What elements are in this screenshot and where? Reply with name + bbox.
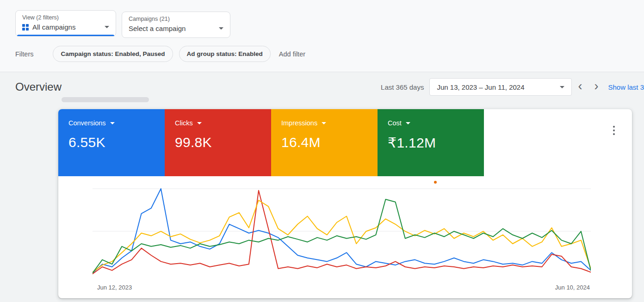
metric-label: Cost xyxy=(388,119,402,127)
filter-chip-campaign-status[interactable]: Campaign status: Enabled, Paused xyxy=(53,46,173,62)
chart-annotation-dot[interactable] xyxy=(434,181,437,184)
chevron-down-icon xyxy=(105,26,109,28)
metric-card-clicks[interactable]: Clicks 99.8K xyxy=(165,109,271,176)
metric-label: Conversions xyxy=(68,119,106,127)
all-campaigns-grid-icon xyxy=(22,24,29,31)
filter-chip-adgroup-status[interactable]: Ad group status: Enabled xyxy=(179,46,271,62)
chevron-down-icon xyxy=(560,86,564,88)
view-selector-label: View (2 filters) xyxy=(22,14,109,21)
date-range-value: Jun 13, 2023 – Jun 11, 2024 xyxy=(437,83,524,91)
chevron-down-icon xyxy=(110,122,115,124)
metric-cards-row: Conversions 6.55K Clicks 99.8K Impressio… xyxy=(58,109,632,176)
selectors-row: View (2 filters) All campaigns Campaigns… xyxy=(15,10,644,38)
dot xyxy=(613,133,615,135)
campaign-selector-value-row: Select a campaign xyxy=(129,25,223,32)
date-range-controls: Last 365 days Jun 13, 2023 – Jun 11, 202… xyxy=(381,78,644,96)
x-axis-start-label: Jun 12, 2023 xyxy=(97,284,132,291)
chart-line-clicks xyxy=(93,191,591,274)
metric-label-row: Conversions xyxy=(68,119,165,127)
filters-label: Filters xyxy=(15,50,33,58)
dot xyxy=(613,126,615,128)
page-title: Overview xyxy=(15,80,62,93)
chevron-down-icon xyxy=(197,122,202,124)
campaign-selector-label: Campaigns (21) xyxy=(129,16,223,22)
metric-label-row: Cost xyxy=(388,119,484,127)
metric-label-row: Impressions xyxy=(281,119,378,127)
metric-card-conversions[interactable]: Conversions 6.55K xyxy=(58,109,165,176)
date-range-picker[interactable]: Jun 13, 2023 – Jun 11, 2024 xyxy=(429,78,572,96)
metric-value: ₹1.12M xyxy=(388,135,484,151)
metric-value: 6.55K xyxy=(68,135,165,150)
metric-label-row: Clicks xyxy=(175,119,271,127)
view-selector[interactable]: View (2 filters) All campaigns xyxy=(15,10,116,37)
chevron-down-icon xyxy=(406,122,410,124)
google-ads-overview-page: View (2 filters) All campaigns Campaigns… xyxy=(0,0,644,302)
more-options-button[interactable] xyxy=(611,124,617,137)
metric-value: 16.4M xyxy=(281,135,378,150)
add-filter-button[interactable]: Add filter xyxy=(279,50,305,58)
metric-card-impressions[interactable]: Impressions 16.4M xyxy=(271,109,378,176)
chart-line-conversions xyxy=(93,189,591,273)
chart-line-cost xyxy=(93,199,591,273)
content-area: Overview Last 365 days Jun 13, 2023 – Ju… xyxy=(0,77,644,302)
performance-chart: Jun 12, 2023 Jun 10, 2024 xyxy=(93,185,591,291)
show-last-link[interactable]: Show last 3 xyxy=(608,83,644,91)
metric-label: Impressions xyxy=(281,119,317,127)
previous-period-button[interactable]: ‹ xyxy=(572,80,588,92)
chevron-down-icon xyxy=(219,27,223,30)
campaign-selector[interactable]: Campaigns (21) Select a campaign xyxy=(122,12,230,38)
chart-canvas[interactable] xyxy=(93,185,591,282)
metric-label: Clicks xyxy=(175,119,193,127)
campaign-selector-value: Select a campaign xyxy=(129,25,186,32)
scope-header: View (2 filters) All campaigns Campaigns… xyxy=(0,0,644,72)
date-range-label: Last 365 days xyxy=(381,83,424,91)
metric-card-cost[interactable]: Cost ₹1.12M xyxy=(378,109,484,176)
x-axis-labels: Jun 12, 2023 Jun 10, 2024 xyxy=(93,284,591,291)
scrolled-card-edge xyxy=(62,97,149,102)
overview-card: Conversions 6.55K Clicks 99.8K Impressio… xyxy=(58,109,632,298)
overview-header-row: Overview Last 365 days Jun 13, 2023 – Ju… xyxy=(0,77,644,97)
view-selector-value: All campaigns xyxy=(32,23,75,31)
filters-bar: Filters Campaign status: Enabled, Paused… xyxy=(15,46,644,62)
dot xyxy=(613,129,615,131)
next-period-button[interactable]: › xyxy=(588,80,604,92)
metric-value: 99.8K xyxy=(175,135,271,150)
chevron-down-icon xyxy=(322,122,326,124)
x-axis-end-label: Jun 10, 2024 xyxy=(555,284,590,291)
active-view-underline xyxy=(17,35,114,36)
view-selector-value-row: All campaigns xyxy=(22,23,109,31)
